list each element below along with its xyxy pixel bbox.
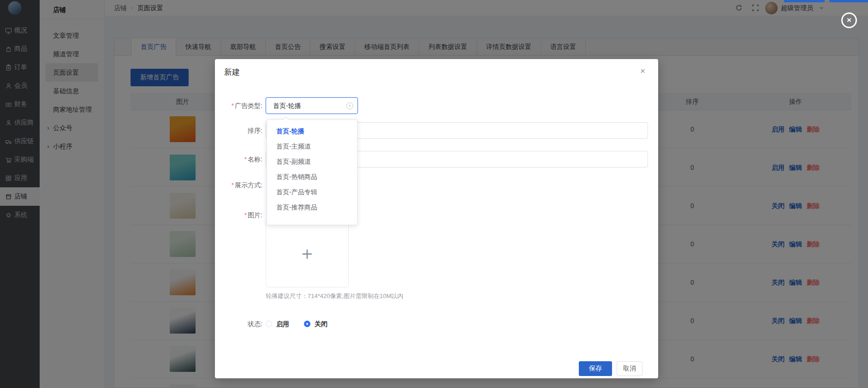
display-mode-label: *展示方式:	[215, 177, 262, 193]
dropdown-option-首页-轮播[interactable]: 首页-轮播	[267, 124, 357, 139]
name-label: *名称:	[215, 151, 262, 167]
dropdown-option-首页-主频道[interactable]: 首页-主频道	[267, 139, 357, 154]
plus-icon: +	[266, 220, 348, 288]
radio-label: 启用	[276, 320, 289, 328]
dropdown-option-首页-推荐商品[interactable]: 首页-推荐商品	[267, 200, 357, 215]
close-icon: ×	[847, 16, 851, 24]
top-blue-bar-right	[829, 0, 868, 2]
app-root: 概况商品订单会员财务供应商供应链采购端应用店铺系统 店铺 文章管理频道管理页面设…	[0, 0, 868, 388]
dialog-close-icon[interactable]: ×	[640, 66, 645, 75]
status-option-启用[interactable]: 启用	[266, 320, 304, 328]
dialog-title: 新建	[224, 67, 240, 78]
clear-icon[interactable]: ×	[346, 102, 353, 109]
ad-type-dropdown: 首页-轮播首页-主频道首页-副频道首页-热销商品首页-产品专辑首页-推荐商品	[267, 119, 357, 225]
ad-type-selected-value: 首页-轮播	[266, 98, 357, 113]
radio-label: 关闭	[315, 320, 327, 328]
top-blue-bar-left	[784, 0, 825, 2]
sort-label: 排序:	[215, 122, 262, 139]
image-upload-box[interactable]: +	[266, 219, 349, 287]
radio-icon[interactable]	[266, 321, 272, 327]
status-radio-group: 启用关闭	[266, 316, 342, 332]
upload-hint: 轮播建议尺寸：714*420像素,图片需限制在10M以内	[266, 292, 403, 300]
close-preview-button[interactable]: ×	[841, 12, 857, 28]
dropdown-option-首页-热销商品[interactable]: 首页-热销商品	[267, 169, 357, 185]
image-label: *图片:	[215, 207, 262, 223]
cancel-button[interactable]: 取消	[617, 361, 642, 376]
dropdown-option-首页-产品专辑[interactable]: 首页-产品专辑	[267, 185, 357, 200]
ad-type-select[interactable]: 首页-轮播 ×	[266, 97, 358, 114]
ad-type-label: *广告类型:	[215, 97, 262, 114]
radio-icon[interactable]	[304, 321, 310, 327]
save-button[interactable]: 保存	[579, 361, 612, 376]
status-label: 状态:	[215, 316, 262, 332]
status-option-关闭[interactable]: 关闭	[304, 320, 342, 328]
dropdown-option-首页-副频道[interactable]: 首页-副频道	[267, 154, 357, 169]
